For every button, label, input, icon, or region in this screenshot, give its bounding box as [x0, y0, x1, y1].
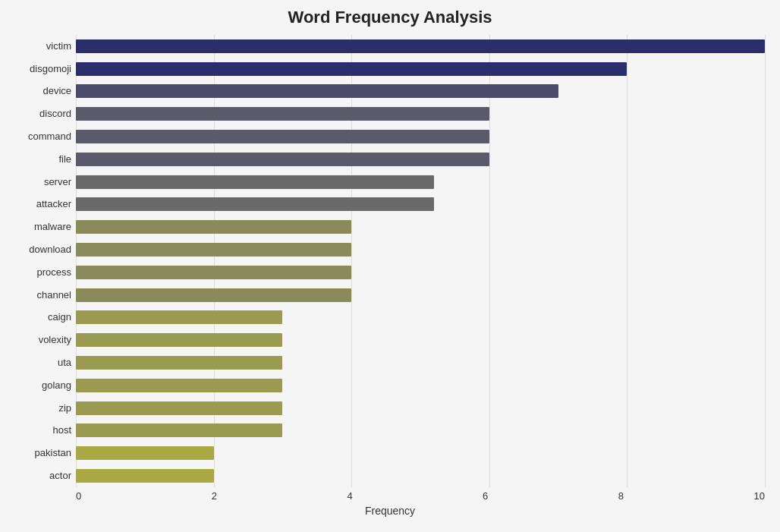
bar: [76, 401, 282, 415]
grid-line: [765, 35, 766, 487]
y-label: attacker: [36, 196, 71, 212]
bar-row: [76, 38, 765, 55]
y-labels: victimdisgomojidevicediscordcommandfiles…: [15, 35, 76, 487]
bar: [76, 310, 282, 324]
y-label: device: [42, 83, 71, 99]
x-axis: 0246810: [15, 487, 765, 502]
y-label: victim: [46, 38, 71, 55]
chart-area: victimdisgomojidevicediscordcommandfiles…: [15, 35, 765, 517]
y-label: actor: [49, 467, 71, 484]
bar: [76, 153, 489, 166]
bar-row: [76, 83, 765, 99]
x-tick: 10: [754, 490, 765, 502]
bar: [76, 39, 765, 53]
bar-row: [76, 105, 765, 122]
bar-row: [76, 128, 765, 145]
y-label: discord: [39, 105, 71, 122]
x-tick: 6: [483, 490, 488, 502]
bars-rows: [76, 35, 765, 487]
y-label: pakistan: [35, 445, 71, 461]
bar-row: [76, 174, 765, 190]
chart-title: Word Frequency Analysis: [288, 8, 492, 27]
bar-row: [76, 377, 765, 394]
x-tick: 4: [347, 490, 352, 502]
bar-row: [76, 445, 765, 461]
y-label: file: [58, 151, 71, 168]
y-label: process: [36, 264, 71, 281]
y-label: golang: [42, 377, 71, 394]
y-label: disgomoji: [30, 61, 71, 77]
bar-row: [76, 400, 765, 417]
x-axis-label: Frequency: [15, 505, 765, 517]
bar-row: [76, 241, 765, 258]
y-label: malware: [34, 219, 71, 235]
bar: [76, 197, 434, 211]
y-label: uta: [58, 354, 71, 371]
bar-row: [76, 151, 765, 168]
bar: [76, 288, 351, 302]
bar-row: [76, 332, 765, 348]
x-tick: 0: [76, 490, 81, 502]
x-tick: 2: [212, 490, 217, 502]
bar: [76, 84, 558, 98]
bar: [76, 446, 214, 460]
x-tick: 8: [618, 490, 624, 502]
bar: [76, 130, 489, 143]
bar: [76, 333, 282, 347]
bars-container: victimdisgomojidevicediscordcommandfiles…: [15, 35, 765, 487]
bar: [76, 423, 282, 437]
bar: [76, 266, 351, 279]
bar-row: [76, 287, 765, 304]
y-label: server: [44, 174, 71, 190]
bar: [76, 220, 351, 234]
bar: [76, 243, 351, 257]
bar-row: [76, 467, 765, 484]
y-label: host: [52, 422, 71, 439]
plot-area: [76, 35, 765, 487]
bar: [76, 356, 282, 370]
y-label: channel: [36, 287, 71, 304]
bar: [76, 379, 282, 392]
y-label: zip: [58, 400, 71, 417]
bar-row: [76, 354, 765, 371]
bar-row: [76, 219, 765, 235]
y-label: command: [28, 128, 71, 145]
x-tick-container: 0246810: [76, 490, 765, 502]
y-label: volexity: [39, 332, 71, 348]
y-label: download: [29, 241, 71, 258]
bar: [76, 469, 214, 483]
bar-row: [76, 61, 765, 77]
bar-row: [76, 264, 765, 281]
bar-row: [76, 422, 765, 439]
bar: [76, 175, 434, 189]
bar: [76, 107, 489, 121]
bar-row: [76, 309, 765, 326]
bar-row: [76, 196, 765, 212]
bar: [76, 62, 627, 76]
y-label: caign: [48, 309, 71, 326]
